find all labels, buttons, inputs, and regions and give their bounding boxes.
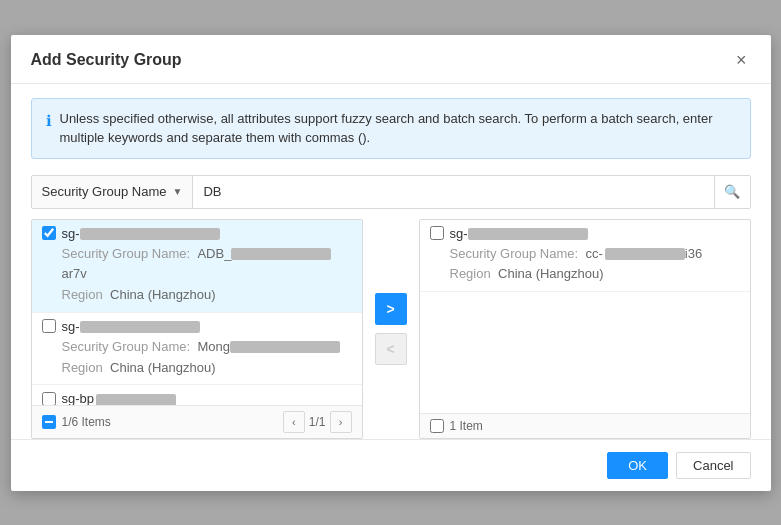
- search-row: Security Group Name ▼ 🔍: [31, 175, 751, 209]
- item-region-1: Region China (Hangzhou): [42, 285, 352, 306]
- modal-title: Add Security Group: [31, 51, 182, 69]
- chevron-down-icon: ▼: [173, 186, 183, 197]
- next-page-button[interactable]: ›: [330, 411, 352, 433]
- select-all-checkbox[interactable]: [42, 415, 56, 429]
- item-checkbox-2[interactable]: [42, 319, 56, 333]
- left-list-body: sg- Security Group Name: ADB_ ar7v Regio…: [32, 220, 362, 405]
- modal-overlay: Add Security Group × ℹ Unless specified …: [0, 0, 781, 525]
- ok-button[interactable]: OK: [607, 452, 668, 479]
- list-item[interactable]: sg- Security Group Name: cc- i36 Region …: [420, 220, 750, 293]
- pagination-nav: ‹ 1/1 ›: [283, 411, 352, 433]
- info-text: Unless specified otherwise, all attribut…: [60, 109, 736, 148]
- search-input[interactable]: [193, 176, 713, 208]
- right-panel-count: 1 Item: [450, 419, 740, 433]
- right-panel-footer: 1 Item: [420, 413, 750, 438]
- item-detail-1: Security Group Name: ADB_ ar7v: [42, 244, 352, 286]
- search-button[interactable]: 🔍: [714, 176, 750, 208]
- left-panel-count: 1/6 Items: [62, 415, 277, 429]
- cancel-button[interactable]: Cancel: [676, 452, 750, 479]
- left-panel: sg- Security Group Name: ADB_ ar7v Regio…: [31, 219, 363, 439]
- left-panel-footer: 1/6 Items ‹ 1/1 ›: [32, 405, 362, 438]
- info-banner: ℹ Unless specified otherwise, all attrib…: [31, 98, 751, 159]
- right-item-region-1: Region China (Hangzhou): [430, 264, 740, 285]
- close-button[interactable]: ×: [732, 49, 751, 71]
- page-indicator: 1/1: [309, 415, 326, 429]
- transfer-area: sg- Security Group Name: ADB_ ar7v Regio…: [31, 219, 751, 439]
- search-dropdown[interactable]: Security Group Name ▼: [32, 176, 194, 208]
- modal: Add Security Group × ℹ Unless specified …: [11, 35, 771, 491]
- item-name-2: sg-: [62, 319, 200, 334]
- item-name-3: sg-bp: [62, 391, 177, 404]
- right-item-checkbox-1[interactable]: [430, 226, 444, 240]
- transfer-buttons: > <: [363, 219, 419, 439]
- item-checkbox-3[interactable]: [42, 392, 56, 405]
- right-item-name-1: sg-: [450, 226, 588, 241]
- search-dropdown-label: Security Group Name: [42, 184, 167, 199]
- item-checkbox-1[interactable]: [42, 226, 56, 240]
- item-detail-2: Security Group Name: Mong: [42, 337, 352, 358]
- item-name-1: sg-: [62, 226, 220, 241]
- transfer-forward-button[interactable]: >: [375, 293, 407, 325]
- transfer-backward-button[interactable]: <: [375, 333, 407, 365]
- list-item[interactable]: sg- Security Group Name: Mong Region Chi…: [32, 313, 362, 386]
- search-icon: 🔍: [724, 184, 740, 199]
- right-item-detail-1: Security Group Name: cc- i36: [430, 244, 740, 265]
- list-item[interactable]: sg-bp Security Group Name: GD Region Chi…: [32, 385, 362, 404]
- modal-header: Add Security Group ×: [11, 35, 771, 84]
- list-item[interactable]: sg- Security Group Name: ADB_ ar7v Regio…: [32, 220, 362, 313]
- right-panel: sg- Security Group Name: cc- i36 Region …: [419, 219, 751, 439]
- right-select-all-checkbox[interactable]: [430, 419, 444, 433]
- item-region-2: Region China (Hangzhou): [42, 358, 352, 379]
- modal-footer: OK Cancel: [11, 439, 771, 491]
- prev-page-button[interactable]: ‹: [283, 411, 305, 433]
- info-icon: ℹ: [46, 110, 52, 133]
- right-panel-body: sg- Security Group Name: cc- i36 Region …: [420, 220, 750, 413]
